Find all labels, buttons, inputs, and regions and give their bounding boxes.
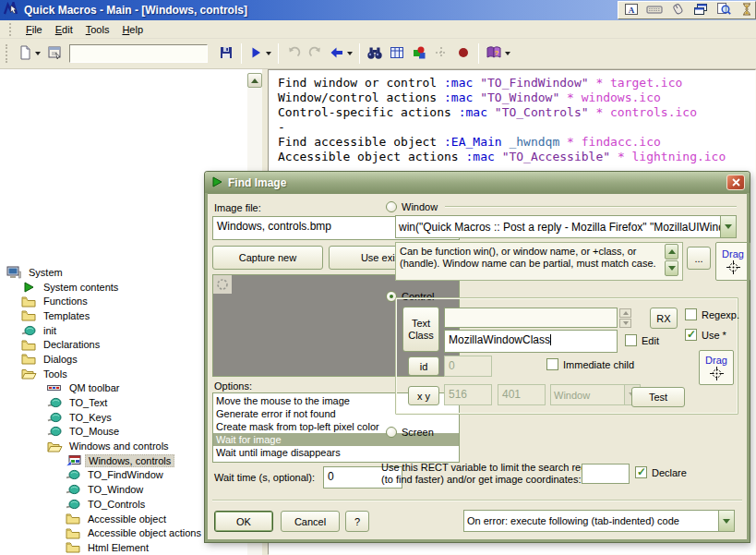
snap-button[interactable] — [430, 42, 452, 65]
folder-icon — [65, 513, 81, 525]
mouse-tool-button[interactable] — [669, 3, 686, 18]
code-token: :mac — [466, 150, 495, 163]
undo-button[interactable] — [282, 42, 305, 65]
on-error-dropdown-button[interactable] — [718, 511, 734, 531]
use-star-checkbox[interactable] — [685, 329, 697, 341]
screen-radio-label[interactable]: Screen — [402, 427, 434, 438]
code-token — [559, 135, 567, 149]
folder-icon — [65, 541, 81, 554]
svg-text:?: ? — [495, 49, 499, 57]
tree-item-label: TO_Controls — [85, 499, 148, 510]
window-group-line — [445, 206, 737, 208]
cancel-button[interactable]: Cancel — [281, 511, 340, 532]
id-input[interactable]: 0 — [444, 356, 492, 377]
dialog-run-icon — [211, 176, 222, 189]
menu-help[interactable]: Help — [115, 22, 150, 37]
y-input[interactable]: 401 — [498, 384, 546, 405]
class-input[interactable]: MozillaWindowClass — [444, 330, 618, 353]
window-combobox[interactable]: win("Quick Macros :: Post a reply - Mozi… — [395, 215, 737, 238]
window-tool-button[interactable] — [692, 3, 709, 18]
capture-new-button[interactable]: Capture new — [212, 246, 323, 270]
find-button[interactable] — [364, 42, 386, 65]
record-icon — [456, 45, 471, 63]
edit-label[interactable]: Edit — [642, 335, 659, 346]
spin-up-button[interactable] — [619, 308, 631, 318]
back-button[interactable] — [327, 42, 355, 65]
text-tool-button[interactable]: A — [623, 3, 640, 18]
macro-icon — [65, 483, 81, 496]
text-class-line1: Text — [412, 318, 430, 330]
browse-button[interactable]: ... — [687, 247, 711, 270]
menubar: FileEditToolsHelp — [0, 20, 756, 39]
option-item[interactable]: Wait until image disappears — [213, 446, 459, 459]
window-dropdown-button[interactable] — [720, 216, 736, 237]
dialog-editor-button[interactable] — [386, 42, 408, 65]
text-class-button[interactable]: Text Class — [402, 307, 439, 352]
dialog-titlebar[interactable]: Find Image — [205, 172, 750, 194]
tree-item-label: Dialogs — [41, 354, 80, 365]
use-star-label[interactable]: Use * — [702, 330, 726, 341]
declare-checkbox[interactable] — [635, 466, 647, 478]
window-radio-label[interactable]: Window — [402, 201, 438, 212]
regexp-checkbox[interactable] — [685, 308, 697, 320]
rect-input[interactable] — [582, 464, 630, 484]
immediate-child-checkbox[interactable] — [546, 358, 558, 370]
on-error-combobox[interactable]: On error: execute following (tab-indente… — [463, 510, 735, 532]
help-button[interactable]: ? — [483, 42, 513, 65]
xy-button[interactable]: x y — [408, 386, 439, 405]
dialog-title: Find Image — [228, 176, 286, 189]
macro-name-field[interactable] — [69, 44, 208, 63]
code-token: :mac — [459, 105, 487, 119]
titlebar[interactable]: Quick Macros - Main - [Windows, controls… — [0, 0, 756, 20]
find-image-tool-button[interactable] — [715, 3, 732, 18]
tree-item-label: TO_FindWindow — [85, 469, 166, 480]
test-button[interactable]: Test — [631, 387, 685, 407]
scroll-up-button[interactable] — [247, 73, 262, 88]
edit-checkbox[interactable] — [625, 334, 637, 346]
tree-item-label: System — [26, 267, 66, 278]
redo-button[interactable] — [305, 42, 327, 65]
window-radio[interactable] — [386, 201, 397, 212]
x-input[interactable]: 516 — [444, 384, 492, 405]
spin-down-button[interactable] — [619, 319, 631, 328]
control-text-input[interactable] — [444, 308, 618, 328]
menu-tools[interactable]: Tools — [79, 22, 116, 37]
run-button[interactable] — [246, 42, 274, 65]
menu-file[interactable]: File — [19, 22, 49, 37]
code-token — [473, 90, 480, 104]
save-button[interactable] — [215, 42, 237, 65]
tree-item-label: System contents — [41, 282, 121, 293]
main-toolbar: ? — [0, 39, 756, 69]
keyboard-tool-button[interactable] — [646, 3, 663, 18]
declare-label[interactable]: Declare — [652, 467, 687, 478]
spin-up-button[interactable] — [665, 244, 678, 259]
help-button[interactable]: ? — [345, 511, 369, 532]
properties-button[interactable] — [43, 42, 66, 65]
close-button[interactable] — [726, 175, 745, 190]
code-token — [473, 76, 480, 90]
menu-edit[interactable]: Edit — [49, 22, 79, 37]
icons-editor-button[interactable] — [408, 42, 430, 65]
new-document-button[interactable] — [15, 42, 43, 65]
regexp-label[interactable]: Regexp. — [702, 309, 739, 320]
code-token — [610, 150, 618, 163]
wait-time-label: Wait time (s, optional): — [214, 472, 315, 483]
hourglass-tool-button[interactable] — [738, 3, 755, 18]
macro-icon — [65, 468, 81, 481]
record-button[interactable] — [452, 42, 474, 65]
tree-item-html-element[interactable]: Html Element — [0, 540, 247, 555]
screen-radio[interactable] — [386, 427, 397, 438]
tree-item-label: TO_Mouse — [66, 426, 122, 437]
spin-down-button[interactable] — [665, 260, 678, 276]
macro-icon — [46, 411, 63, 424]
image-file-label: Image file: — [214, 202, 261, 213]
id-button[interactable]: id — [408, 356, 439, 376]
code-line: - — [278, 120, 755, 135]
rx-button[interactable]: RX — [650, 308, 678, 329]
immediate-child-label[interactable]: Immediate child — [563, 359, 634, 370]
window-drag-button[interactable]: Drag — [715, 242, 750, 281]
ok-button[interactable]: OK — [214, 511, 273, 532]
code-token: * windows.ico — [567, 90, 661, 104]
relative-to-combobox[interactable]: Window — [550, 384, 641, 405]
control-drag-button[interactable]: Drag — [699, 350, 734, 385]
